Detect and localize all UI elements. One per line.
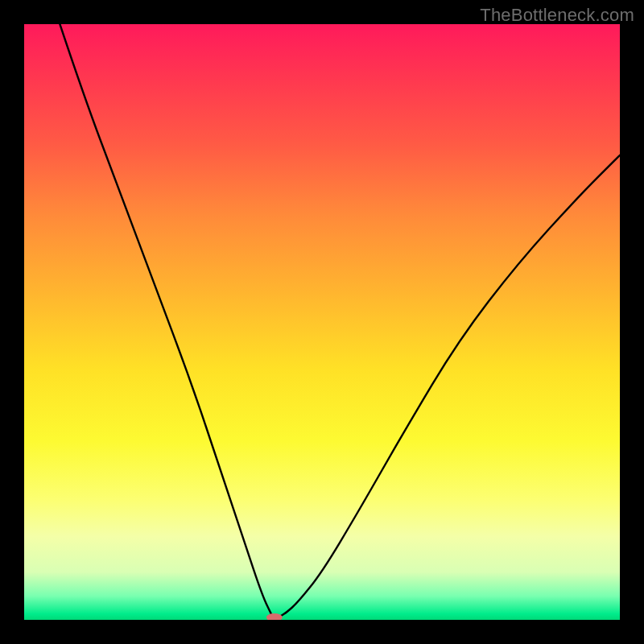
chart-stage: TheBottleneck.com	[0, 0, 644, 644]
watermark-text: TheBottleneck.com	[480, 5, 634, 26]
curve-svg	[24, 24, 620, 620]
minimum-marker	[266, 613, 283, 620]
plot-area	[24, 24, 620, 620]
series-curve	[60, 24, 620, 619]
